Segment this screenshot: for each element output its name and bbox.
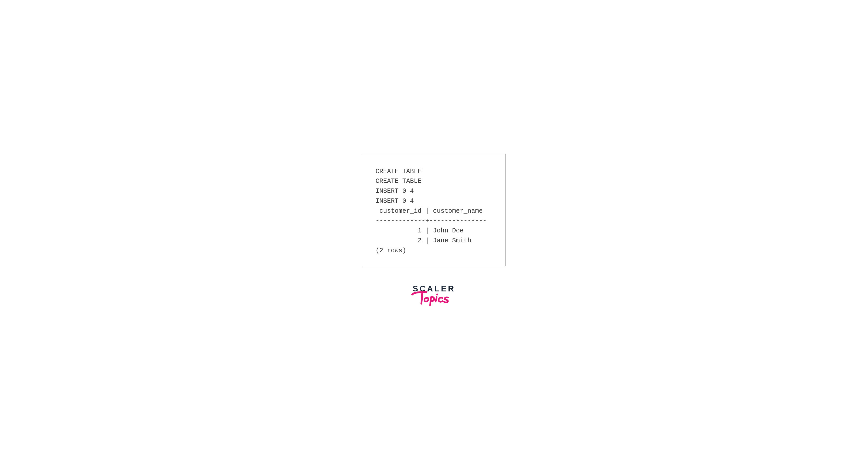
logo-topics-text — [410, 289, 456, 307]
terminal-output-text: CREATE TABLE CREATE TABLE INSERT 0 4 INS… — [376, 167, 493, 256]
page-container: CREATE TABLE CREATE TABLE INSERT 0 4 INS… — [0, 0, 868, 461]
topics-script-svg — [410, 289, 456, 307]
scaler-topics-logo: SCALER — [412, 284, 456, 307]
terminal-output-box: CREATE TABLE CREATE TABLE INSERT 0 4 INS… — [363, 154, 505, 266]
svg-point-0 — [436, 294, 438, 295]
